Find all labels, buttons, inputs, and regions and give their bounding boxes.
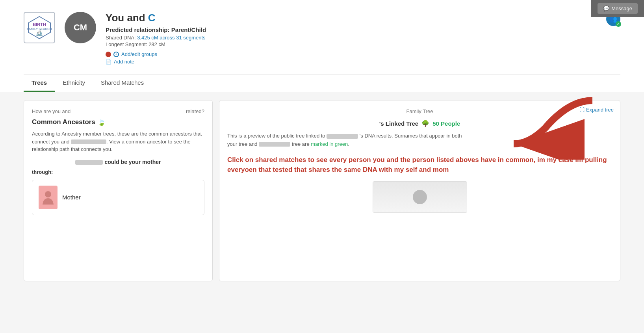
red-arrow-overlay	[490, 97, 600, 160]
preview-text-3: your tree and	[227, 141, 258, 147]
tree-icon: 🌳	[421, 120, 429, 127]
main-content: How are you and related? Common Ancestor…	[0, 92, 644, 289]
expand-tree-button[interactable]: ⛶ Expand tree	[579, 107, 614, 113]
tabs-row: Trees Ethnicity Shared Matches	[24, 74, 620, 92]
could-be-text: could be your mother	[104, 159, 161, 165]
mother-silhouette	[42, 190, 54, 205]
preview-text-2: 's DNA results. Surnames that appear in …	[360, 133, 462, 139]
svg-point-5	[45, 191, 51, 197]
avatar: CM	[65, 12, 96, 43]
marked-in-green-text: marked in green	[311, 141, 348, 147]
mother-avatar	[39, 186, 58, 209]
profile-info: You and C Predicted relationship: Parent…	[106, 12, 597, 65]
tree-avatar	[413, 190, 427, 204]
left-panel: How are you and related? Common Ancestor…	[24, 100, 213, 281]
profile-row: BIRTH FAMILY SEARCH 🔬 CM You and C Predi…	[24, 12, 620, 74]
linked-tree-title: 's Linked Tree 🌳 50 People	[227, 120, 612, 127]
tree-preview	[227, 181, 612, 213]
message-button[interactable]: 💬 Message	[598, 3, 638, 14]
expand-icon: ⛶	[579, 107, 585, 113]
add-note-link[interactable]: 📄 Add note	[106, 59, 597, 65]
add-edit-groups-link[interactable]: + Add/edit groups	[106, 51, 597, 57]
preview-text-1: This is a preview of the public tree lin…	[227, 133, 325, 139]
annotation-text: Click on shared matches to see every per…	[227, 155, 612, 175]
blurred-name-4	[259, 142, 290, 147]
predicted-relationship: Predicted relationship: Parent/Child	[106, 26, 597, 33]
longest-seg-label: Longest Segment:	[106, 41, 148, 47]
preview-text: This is a preview of the public tree lin…	[227, 132, 612, 149]
longest-segment: Longest Segment: 282 cM	[106, 41, 597, 47]
expand-tree-label: Expand tree	[586, 107, 614, 113]
tree-thumb-blurred	[373, 182, 467, 212]
through-label: through:	[32, 169, 204, 175]
linked-tree-label: 's Linked Tree	[379, 120, 418, 127]
svg-text:BIRTH: BIRTH	[33, 22, 46, 27]
related-text: related?	[186, 108, 204, 114]
shared-dna-link[interactable]: 3,425 cM across 31 segments	[137, 35, 205, 41]
add-groups-label: Add/edit groups	[121, 51, 157, 57]
top-bar: 💬 Message	[591, 0, 644, 17]
action-row: + Add/edit groups 📄 Add note	[106, 51, 597, 65]
svg-text:🔬: 🔬	[35, 29, 43, 36]
mother-card: Mother	[32, 180, 204, 215]
family-search-badge: BIRTH FAMILY SEARCH 🔬	[24, 12, 55, 43]
tab-ethnicity[interactable]: Ethnicity	[55, 74, 93, 92]
avatar-initials: CM	[74, 22, 87, 33]
message-icon: 💬	[603, 6, 609, 11]
shared-dna-info: Shared DNA: 3,425 cM across 31 segments	[106, 35, 597, 41]
longest-seg-value: 282 cM	[148, 41, 165, 47]
title-part2: C	[148, 12, 156, 24]
title-part1: You and	[106, 12, 148, 24]
family-tree-header: Family Tree	[227, 108, 612, 114]
description-text: According to Ancestry member trees, thes…	[32, 130, 204, 153]
badge-svg: BIRTH FAMILY SEARCH 🔬	[27, 15, 52, 40]
message-label: Message	[611, 6, 632, 11]
leaf-icon: 🍃	[98, 119, 106, 126]
preview-text-4: tree are	[292, 141, 310, 147]
blurred-name-3	[327, 134, 358, 139]
red-arrow-svg	[490, 97, 600, 160]
note-icon: 📄	[106, 59, 111, 65]
plus-icon: +	[113, 52, 119, 57]
how-related-header: How are you and related?	[32, 108, 204, 114]
tab-trees[interactable]: Trees	[24, 74, 55, 92]
right-panel: Family Tree ⛶ Expand tree 's Linked Tree…	[219, 100, 620, 281]
could-be-your-mother: could be your mother	[32, 159, 204, 165]
common-ancestors-title: Common Ancestors 🍃	[32, 118, 204, 126]
mother-label: Mother	[62, 194, 81, 201]
tree-thumbnail	[373, 181, 467, 213]
blurred-name-2	[75, 160, 103, 165]
common-ancestors-label: Common Ancestors	[32, 118, 95, 126]
blurred-name-1	[71, 140, 106, 144]
header-section: BIRTH FAMILY SEARCH 🔬 CM You and C Predi…	[0, 0, 644, 92]
shared-dna-label: Shared DNA:	[106, 35, 137, 41]
add-note-label: Add note	[114, 59, 134, 65]
how-are-you-text: How are you and	[32, 108, 71, 114]
profile-title: You and C	[106, 12, 597, 24]
people-count: 50 People	[432, 120, 460, 127]
color-dot	[106, 52, 111, 57]
tab-shared-matches[interactable]: Shared Matches	[93, 74, 152, 92]
check-badge: ✓	[616, 21, 621, 27]
